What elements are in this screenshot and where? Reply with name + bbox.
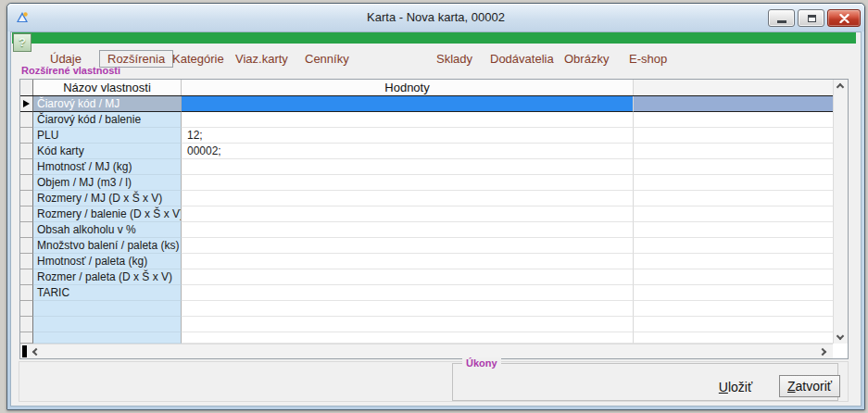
property-name-cell[interactable]: Obsah alkoholu v % [33,222,182,238]
table-row[interactable]: Čiarový kód / balenie [20,112,833,128]
table-row[interactable]: Množstvo balení / paleta (ks) [20,238,833,254]
property-value-cell[interactable] [182,254,634,269]
extra-cell[interactable] [634,191,833,206]
property-value-cell[interactable] [182,285,634,301]
property-name-cell[interactable]: Čiarový kód / MJ [33,96,182,112]
table-row[interactable]: Rozmery / MJ (D x Š x V) [20,191,833,206]
property-name-cell[interactable] [33,332,182,344]
minimize-button[interactable] [768,9,795,27]
table-row[interactable]: Rozmery / balenie (D x Š x V) [20,206,833,222]
property-name-cell[interactable]: Rozmery / MJ (D x Š x V) [33,191,182,206]
property-value-cell[interactable] [182,222,634,238]
property-value-cell[interactable] [182,332,634,344]
extra-cell[interactable] [634,96,833,112]
table-row[interactable]: Kód karty00002; [20,144,833,159]
property-name-cell[interactable] [33,301,182,317]
property-value-cell[interactable] [182,206,634,222]
dialog-body: ? Údaje Rozšírenia Kategórie Viaz.karty … [10,31,862,407]
scroll-up-icon[interactable] [837,83,844,91]
property-name-cell[interactable]: Rozmer / paleta (D x Š x V) [33,269,182,285]
row-indicator [20,254,33,269]
property-name-cell[interactable]: Kód karty [33,144,182,159]
extra-cell[interactable] [634,128,833,144]
row-indicator [20,159,33,175]
property-value-cell[interactable] [182,191,634,206]
property-name-cell[interactable]: Čiarový kód / balenie [33,112,182,128]
tab-dodavatelia[interactable]: Dodávatelia [490,52,554,66]
vertical-scrollbar[interactable] [833,80,848,344]
table-row[interactable]: PLU12; [20,128,833,144]
scroll-left-icon[interactable] [32,348,40,356]
extra-cell[interactable] [634,159,833,175]
table-row[interactable]: TARIC [20,285,833,301]
property-name-cell[interactable]: Množstvo balení / paleta (ks) [33,238,182,254]
header-name-column[interactable]: Názov vlastnosti [33,80,182,95]
table-row[interactable]: Objem / MJ (m3 / l) [20,175,833,191]
horizontal-scroll-thumb[interactable] [22,345,27,357]
title-bar[interactable]: Karta - Nova karta, 00002 [7,4,864,31]
help-button[interactable]: ? [13,33,31,52]
property-name-cell[interactable]: Hmotnosť / MJ (kg) [33,159,182,175]
property-value-cell[interactable] [182,175,634,191]
table-row[interactable]: Čiarový kód / MJ [20,96,833,112]
tab-eshop[interactable]: E-shop [629,52,667,66]
property-value-cell[interactable] [182,159,634,175]
maximize-button[interactable] [798,9,824,27]
tab-sklady[interactable]: Sklady [436,52,472,66]
row-indicator [20,112,33,128]
extra-cell[interactable] [634,222,833,238]
extra-cell[interactable] [634,175,833,191]
extra-cell[interactable] [634,285,833,301]
window-title: Karta - Nova karta, 00002 [7,4,864,31]
table-row[interactable]: Rozmer / paleta (D x Š x V) [20,269,833,285]
empty-row [20,317,833,332]
property-value-cell[interactable] [182,317,634,332]
extra-cell[interactable] [634,301,833,317]
property-value-cell[interactable]: 12; [182,128,634,144]
property-name-cell[interactable]: Rozmery / balenie (D x Š x V) [33,206,182,222]
extra-cell[interactable] [634,269,833,285]
property-value-cell[interactable] [182,96,634,112]
close-icon [839,14,849,23]
row-indicator [20,285,33,301]
close-dialog-button[interactable]: Zatvoriť [779,375,840,397]
extra-cell[interactable] [634,254,833,269]
tab-udaje[interactable]: Údaje [50,52,82,66]
row-indicator [20,191,33,206]
header-values-column[interactable]: Hodnoty [182,80,634,95]
property-name-cell[interactable] [33,317,182,332]
tab-obrazky[interactable]: Obrázky [564,52,609,66]
property-value-cell[interactable] [182,269,634,285]
extra-cell[interactable] [634,332,833,344]
row-indicator [20,332,33,344]
row-indicator [20,175,33,191]
extra-cell[interactable] [634,238,833,254]
extra-cell[interactable] [634,112,833,128]
tab-cenniky[interactable]: Cenníky [305,52,349,66]
table-row[interactable]: Hmotnosť / paleta (kg) [20,254,833,269]
table-row[interactable]: Obsah alkoholu v % [20,222,833,238]
dialog-window: Karta - Nova karta, 00002 ? Údaje Rozšír… [6,3,865,410]
horizontal-scrollbar[interactable] [20,344,833,358]
close-button[interactable] [827,9,861,27]
extra-cell[interactable] [634,144,833,159]
table-row[interactable]: Hmotnosť / MJ (kg) [20,159,833,175]
property-value-cell[interactable] [182,301,634,317]
property-name-cell[interactable]: TARIC [33,285,182,301]
property-name-cell[interactable]: PLU [33,128,182,144]
row-indicator [20,144,33,159]
save-button[interactable]: Uložiť [703,377,768,397]
extra-cell[interactable] [634,317,833,332]
tab-kategorie[interactable]: Kategórie [172,52,224,66]
grid-header: Názov vlastnosti Hodnoty [20,80,833,96]
property-value-cell[interactable]: 00002; [182,144,634,159]
tab-viaz-karty[interactable]: Viaz.karty [235,52,288,66]
empty-row [20,332,833,344]
property-name-cell[interactable]: Objem / MJ (m3 / l) [33,175,182,191]
property-name-cell[interactable]: Hmotnosť / paleta (kg) [33,254,182,269]
property-value-cell[interactable] [182,238,634,254]
scroll-right-icon[interactable] [819,348,826,356]
scroll-down-icon[interactable] [837,332,844,340]
property-value-cell[interactable] [182,112,634,128]
extra-cell[interactable] [634,206,833,222]
